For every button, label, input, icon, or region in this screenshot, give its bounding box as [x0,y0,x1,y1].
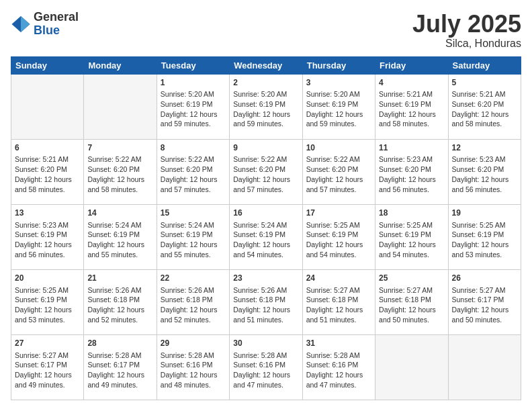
calendar-cell: 6Sunrise: 5:21 AMSunset: 6:20 PMDaylight… [11,139,84,204]
day-number: 31 [306,338,371,349]
day-info: Sunrise: 5:24 AMSunset: 6:19 PMDaylight:… [161,220,226,260]
day-info: Sunrise: 5:23 AMSunset: 6:20 PMDaylight:… [452,154,517,194]
day-info: Sunrise: 5:28 AMSunset: 6:17 PMDaylight:… [87,351,152,390]
day-number: 26 [452,273,517,284]
header-friday: Friday [375,56,448,74]
week-row-2: 6Sunrise: 5:21 AMSunset: 6:20 PMDaylight… [11,139,521,204]
header-sunday: Sunday [11,56,84,74]
location-subtitle: Silca, Honduras [412,38,521,50]
day-number: 8 [161,142,226,154]
day-number: 18 [379,208,444,219]
day-info: Sunrise: 5:21 AMSunset: 6:20 PMDaylight:… [15,154,80,194]
calendar-cell: 20Sunrise: 5:25 AMSunset: 6:19 PMDayligh… [11,269,84,334]
day-number: 15 [161,208,226,219]
day-number: 1 [161,77,226,89]
day-info: Sunrise: 5:28 AMSunset: 6:16 PMDaylight:… [161,351,226,390]
day-number: 3 [306,77,371,89]
day-info: Sunrise: 5:20 AMSunset: 6:19 PMDaylight:… [161,89,226,129]
day-info: Sunrise: 5:23 AMSunset: 6:19 PMDaylight:… [15,220,80,260]
day-number: 16 [233,208,298,219]
calendar-cell: 12Sunrise: 5:23 AMSunset: 6:20 PMDayligh… [448,139,521,204]
day-info: Sunrise: 5:22 AMSunset: 6:20 PMDaylight:… [306,154,371,194]
weekday-header-row: Sunday Monday Tuesday Wednesday Thursday… [11,56,521,74]
calendar-cell: 14Sunrise: 5:24 AMSunset: 6:19 PMDayligh… [84,204,157,269]
calendar-cell: 5Sunrise: 5:21 AMSunset: 6:20 PMDaylight… [448,74,521,139]
header-monday: Monday [84,56,157,74]
day-number: 25 [379,273,444,284]
day-info: Sunrise: 5:24 AMSunset: 6:19 PMDaylight:… [87,220,152,260]
day-number: 9 [233,142,298,154]
calendar-cell: 28Sunrise: 5:28 AMSunset: 6:17 PMDayligh… [84,334,157,400]
calendar-cell: 21Sunrise: 5:26 AMSunset: 6:18 PMDayligh… [84,269,157,334]
calendar-cell [11,74,84,139]
week-row-1: 1Sunrise: 5:20 AMSunset: 6:19 PMDaylight… [11,74,521,139]
day-number: 4 [379,77,444,89]
svg-marker-1 [21,16,30,32]
month-title: July 2025 [412,11,521,38]
calendar-cell: 4Sunrise: 5:21 AMSunset: 6:19 PMDaylight… [375,74,448,139]
day-info: Sunrise: 5:28 AMSunset: 6:16 PMDaylight:… [233,351,298,390]
calendar-cell [375,334,448,400]
calendar-cell: 10Sunrise: 5:22 AMSunset: 6:20 PMDayligh… [302,139,375,204]
day-info: Sunrise: 5:26 AMSunset: 6:18 PMDaylight:… [233,285,298,325]
day-info: Sunrise: 5:25 AMSunset: 6:19 PMDaylight:… [452,220,517,260]
day-number: 5 [452,77,517,89]
day-number: 20 [15,273,80,284]
day-info: Sunrise: 5:20 AMSunset: 6:19 PMDaylight:… [233,89,298,129]
day-number: 6 [15,142,80,154]
logo-general-text: General [34,11,79,24]
header-thursday: Thursday [302,56,375,74]
calendar-table: Sunday Monday Tuesday Wednesday Thursday… [11,56,521,400]
calendar-cell: 11Sunrise: 5:23 AMSunset: 6:20 PMDayligh… [375,139,448,204]
calendar-cell: 1Sunrise: 5:20 AMSunset: 6:19 PMDaylight… [157,74,229,139]
calendar-cell: 9Sunrise: 5:22 AMSunset: 6:20 PMDaylight… [230,139,302,204]
day-info: Sunrise: 5:27 AMSunset: 6:18 PMDaylight:… [306,285,371,325]
calendar-cell: 25Sunrise: 5:27 AMSunset: 6:18 PMDayligh… [375,269,448,334]
day-info: Sunrise: 5:25 AMSunset: 6:19 PMDaylight:… [379,220,444,260]
day-info: Sunrise: 5:24 AMSunset: 6:19 PMDaylight:… [233,220,298,260]
header-wednesday: Wednesday [230,56,302,74]
week-row-4: 20Sunrise: 5:25 AMSunset: 6:19 PMDayligh… [11,269,521,334]
calendar-cell: 8Sunrise: 5:22 AMSunset: 6:20 PMDaylight… [157,139,229,204]
day-info: Sunrise: 5:26 AMSunset: 6:18 PMDaylight:… [161,285,226,325]
day-info: Sunrise: 5:26 AMSunset: 6:18 PMDaylight:… [87,285,152,325]
day-number: 27 [15,338,80,349]
calendar-cell: 19Sunrise: 5:25 AMSunset: 6:19 PMDayligh… [448,204,521,269]
day-number: 24 [306,273,371,284]
day-info: Sunrise: 5:22 AMSunset: 6:20 PMDaylight:… [87,154,152,194]
day-info: Sunrise: 5:27 AMSunset: 6:18 PMDaylight:… [379,285,444,325]
logo-blue-text: Blue [34,24,79,38]
calendar-cell: 26Sunrise: 5:27 AMSunset: 6:17 PMDayligh… [448,269,521,334]
calendar-cell: 18Sunrise: 5:25 AMSunset: 6:19 PMDayligh… [375,204,448,269]
day-number: 21 [87,273,152,284]
calendar-cell: 7Sunrise: 5:22 AMSunset: 6:20 PMDaylight… [84,139,157,204]
calendar-cell: 3Sunrise: 5:20 AMSunset: 6:19 PMDaylight… [302,74,375,139]
day-number: 10 [306,142,371,154]
day-number: 11 [379,142,444,154]
day-info: Sunrise: 5:22 AMSunset: 6:20 PMDaylight:… [233,154,298,194]
calendar-cell: 23Sunrise: 5:26 AMSunset: 6:18 PMDayligh… [230,269,302,334]
calendar-cell: 30Sunrise: 5:28 AMSunset: 6:16 PMDayligh… [230,334,302,400]
day-number: 14 [87,208,152,219]
day-info: Sunrise: 5:27 AMSunset: 6:17 PMDaylight:… [452,285,517,325]
week-row-5: 27Sunrise: 5:27 AMSunset: 6:17 PMDayligh… [11,334,521,400]
day-number: 7 [87,142,152,154]
calendar-cell: 13Sunrise: 5:23 AMSunset: 6:19 PMDayligh… [11,204,84,269]
day-info: Sunrise: 5:20 AMSunset: 6:19 PMDaylight:… [306,89,371,129]
day-info: Sunrise: 5:28 AMSunset: 6:16 PMDaylight:… [306,351,371,390]
title-block: July 2025 Silca, Honduras [412,11,521,50]
calendar-cell: 15Sunrise: 5:24 AMSunset: 6:19 PMDayligh… [157,204,229,269]
calendar-cell [448,334,521,400]
day-number: 13 [15,208,80,219]
calendar-cell: 31Sunrise: 5:28 AMSunset: 6:16 PMDayligh… [302,334,375,400]
day-number: 23 [233,273,298,284]
header-saturday: Saturday [448,56,521,74]
header-tuesday: Tuesday [157,56,229,74]
day-info: Sunrise: 5:21 AMSunset: 6:20 PMDaylight:… [452,89,517,129]
header: General Blue July 2025 Silca, Honduras [11,11,521,50]
logo-icon [11,14,31,34]
day-info: Sunrise: 5:27 AMSunset: 6:17 PMDaylight:… [15,351,80,390]
day-number: 17 [306,208,371,219]
calendar-cell: 16Sunrise: 5:24 AMSunset: 6:19 PMDayligh… [230,204,302,269]
calendar-cell: 24Sunrise: 5:27 AMSunset: 6:18 PMDayligh… [302,269,375,334]
